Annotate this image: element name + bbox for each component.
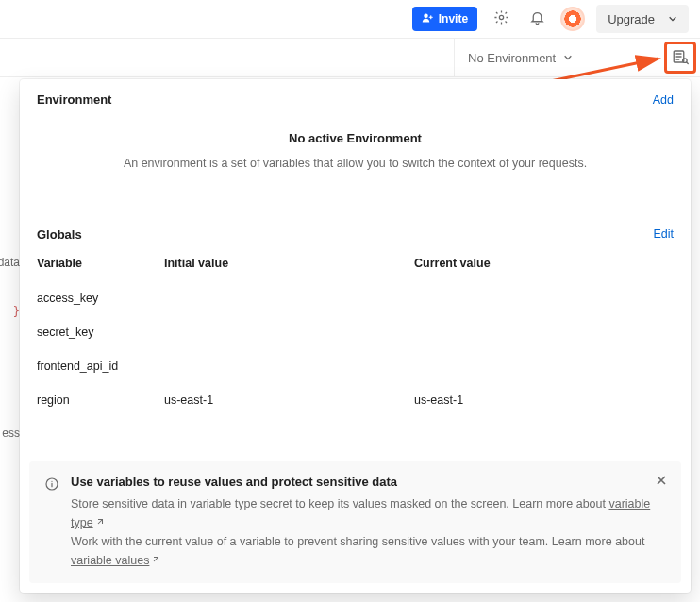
cell-initial: us-east-1 xyxy=(164,383,414,417)
table-row: region us-east-1 us-east-1 xyxy=(37,383,674,417)
table-row: secret_key xyxy=(37,315,674,349)
svg-point-0 xyxy=(424,13,428,18)
cell-variable: region xyxy=(37,383,164,417)
environment-selected-label: No Environment xyxy=(468,51,556,65)
environment-quicklook-icon xyxy=(672,48,689,68)
envbar-spacer xyxy=(0,39,455,76)
info-text: Store sensitive data in variable type se… xyxy=(71,494,666,570)
settings-button[interactable] xyxy=(489,7,513,31)
environment-bar: No Environment xyxy=(0,39,700,77)
globals-section-header: Globals Edit xyxy=(37,221,674,247)
chevron-down-icon xyxy=(563,51,573,65)
invite-label: Invite xyxy=(439,12,468,25)
bg-text: } xyxy=(13,305,20,318)
environment-quicklook-button[interactable] xyxy=(664,42,696,74)
globals-title: Globals xyxy=(37,227,82,242)
environment-empty-state: No active Environment An environment is … xyxy=(37,114,674,199)
person-add-icon xyxy=(422,12,433,26)
cell-current xyxy=(414,349,674,383)
column-current: Current value xyxy=(414,247,674,281)
add-environment-link[interactable]: Add xyxy=(653,93,674,107)
notifications-button[interactable] xyxy=(525,7,549,31)
cell-variable: frontend_api_id xyxy=(37,349,164,383)
info-icon xyxy=(44,477,59,492)
cell-current: us-east-1 xyxy=(414,383,674,417)
environment-quicklook-wrap xyxy=(660,39,700,76)
bg-text: data xyxy=(0,256,20,269)
info-body: Use variables to reuse values and protec… xyxy=(71,475,666,570)
chevron-down-icon xyxy=(668,12,677,26)
variable-values-link[interactable]: variable values xyxy=(71,554,159,567)
environment-empty-desc: An environment is a set of variables tha… xyxy=(93,155,617,173)
invite-button[interactable]: Invite xyxy=(412,7,477,31)
cell-variable: access_key xyxy=(37,281,164,315)
cell-current xyxy=(414,315,674,349)
globals-table: Variable Initial value Current value acc… xyxy=(37,247,674,417)
background-editor-strip: data } ess xyxy=(0,77,20,602)
environment-section: Environment Add No active Environment An… xyxy=(20,79,691,209)
info-close-button[interactable] xyxy=(653,473,670,490)
info-title: Use variables to reuse values and protec… xyxy=(71,475,666,489)
column-initial: Initial value xyxy=(164,247,414,281)
info-line2-text: Work with the current value of a variabl… xyxy=(71,535,644,548)
column-variable: Variable xyxy=(37,247,164,281)
environment-selector[interactable]: No Environment xyxy=(455,39,660,76)
info-banner: Use variables to reuse values and protec… xyxy=(29,461,681,583)
cell-initial xyxy=(164,315,414,349)
environment-title: Environment xyxy=(37,92,111,107)
external-link-icon xyxy=(93,516,104,529)
upgrade-label: Upgrade xyxy=(608,12,655,26)
info-line1-text: Store sensitive data in variable type se… xyxy=(71,497,608,510)
top-toolbar: Invite Upgrade xyxy=(0,0,700,39)
bg-text: ess xyxy=(2,426,20,440)
close-icon xyxy=(656,475,667,489)
external-link-icon xyxy=(149,554,159,567)
cell-variable: secret_key xyxy=(37,315,164,349)
upgrade-button[interactable]: Upgrade xyxy=(596,5,689,33)
avatar[interactable] xyxy=(560,7,585,31)
svg-point-1 xyxy=(499,15,503,19)
table-row: frontend_api_id xyxy=(37,349,674,383)
environment-section-header: Environment Add xyxy=(37,92,674,107)
cell-initial xyxy=(164,281,414,315)
gear-icon xyxy=(493,9,509,28)
globals-section: Globals Edit Variable Initial value Curr… xyxy=(20,209,691,452)
environment-empty-title: No active Environment xyxy=(93,131,617,145)
bell-icon xyxy=(529,9,545,28)
environment-quicklook-panel: Environment Add No active Environment An… xyxy=(20,79,691,593)
table-row: access_key xyxy=(37,281,674,315)
cell-initial xyxy=(164,349,414,383)
cell-current xyxy=(414,281,674,315)
globals-table-header-row: Variable Initial value Current value xyxy=(37,247,674,281)
edit-globals-link[interactable]: Edit xyxy=(653,227,674,241)
